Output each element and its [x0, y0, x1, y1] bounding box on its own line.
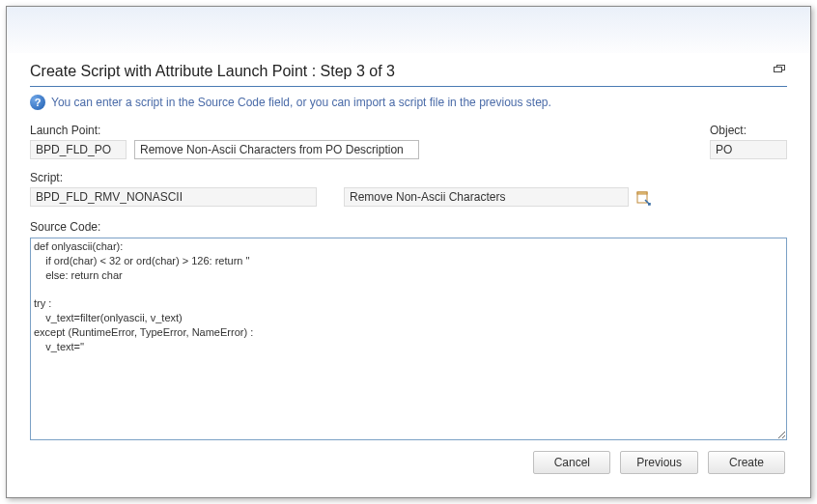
- source-code-label: Source Code:: [30, 220, 787, 234]
- source-code-group: Source Code:: [30, 220, 787, 440]
- dialog-header-gradient: [7, 7, 810, 53]
- info-text: You can enter a script in the Source Cod…: [51, 96, 551, 109]
- source-code-textarea[interactable]: [30, 238, 787, 440]
- launch-point-description: Remove Non-Ascii Characters from PO Desc…: [134, 140, 419, 159]
- script-name: BPD_FLD_RMV_NONASCII: [30, 187, 317, 207]
- script-label: Script:: [30, 171, 317, 184]
- help-icon[interactable]: ?: [30, 95, 45, 110]
- previous-button[interactable]: Previous: [620, 451, 698, 474]
- title-divider: [30, 86, 787, 87]
- launch-point-desc-group: Remove Non-Ascii Characters from PO Desc…: [134, 124, 419, 159]
- script-description: Remove Non-Ascii Characters: [344, 187, 629, 207]
- lookup-icon[interactable]: [636, 191, 652, 207]
- object-label: Object:: [710, 124, 787, 137]
- object-value: PO: [710, 140, 787, 159]
- restore-window-icon[interactable]: [774, 65, 785, 72]
- svg-rect-1: [637, 192, 647, 194]
- wizard-dialog: Create Script with Attribute Launch Poin…: [6, 6, 811, 498]
- dialog-content: Create Script with Attribute Launch Poin…: [7, 53, 810, 440]
- cancel-button[interactable]: Cancel: [533, 451, 610, 474]
- object-group: Object: PO: [710, 124, 787, 159]
- dialog-title: Create Script with Attribute Launch Poin…: [30, 63, 787, 80]
- create-button[interactable]: Create: [708, 451, 785, 474]
- info-message: ? You can enter a script in the Source C…: [30, 95, 787, 110]
- script-name-group: Script: BPD_FLD_RMV_NONASCII: [30, 171, 317, 207]
- launch-point-value: BPD_FLD_PO: [30, 140, 127, 159]
- script-row: Script: BPD_FLD_RMV_NONASCII Remove Non-…: [30, 171, 787, 207]
- button-row: Cancel Previous Create: [533, 451, 785, 474]
- launch-point-label: Launch Point:: [30, 124, 127, 137]
- launch-point-name-group: Launch Point: BPD_FLD_PO: [30, 124, 127, 159]
- launch-point-row: Launch Point: BPD_FLD_PO Remove Non-Asci…: [30, 124, 787, 159]
